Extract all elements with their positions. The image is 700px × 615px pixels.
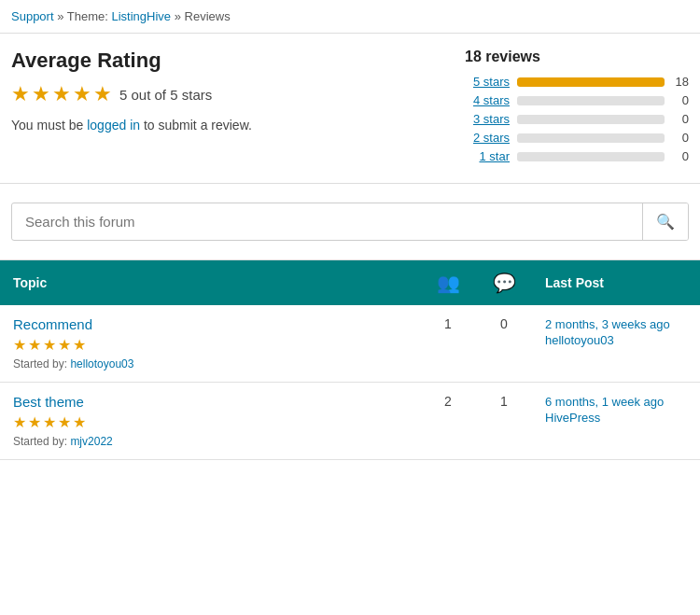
topic-star: ★	[28, 413, 41, 431]
bar-label[interactable]: 1 star	[465, 149, 510, 163]
login-pre-text: You must be	[11, 118, 87, 133]
rating-left: Average Rating ★ ★ ★ ★ ★ 5 out of 5 star…	[11, 49, 446, 168]
lastpost-time-link[interactable]: 2 months, 3 weeks ago	[545, 317, 670, 331]
stars-row: ★ ★ ★ ★ ★ 5 out of 5 stars	[11, 84, 446, 105]
average-rating-title: Average Rating	[11, 49, 446, 73]
reviews-count: 18 reviews	[465, 49, 689, 65]
rating-stars: ★ ★ ★ ★ ★	[11, 84, 112, 105]
topic-star: ★	[43, 336, 56, 354]
topic-star: ★	[58, 336, 71, 354]
col-replies-header: 💬	[476, 260, 532, 305]
bar-row: 4 stars0	[465, 93, 689, 107]
search-button[interactable]: 🔍	[642, 203, 688, 240]
topic-cell: Best theme★★★★★Started by: mjv2022	[0, 383, 420, 460]
bar-count: 0	[672, 131, 689, 145]
bar-track	[517, 115, 665, 124]
breadcrumb-support-link[interactable]: Support	[11, 9, 54, 23]
table-header-row: Topic 👥 💬 Last Post	[0, 260, 700, 305]
topic-stars: ★★★★★	[13, 336, 407, 354]
topic-cell: Recommend★★★★★Started by: hellotoyou03	[0, 305, 420, 383]
lastpost-cell: 6 months, 1 week agoHivePress	[532, 383, 700, 460]
breadcrumb-theme-link[interactable]: ListingHive	[112, 9, 172, 23]
lastpost-cell: 2 months, 3 weeks agohellotoyou03	[532, 305, 700, 383]
login-prompt: You must be logged in to submit a review…	[11, 118, 446, 133]
table-row: Recommend★★★★★Started by: hellotoyou0310…	[0, 305, 700, 383]
star-4: ★	[73, 84, 91, 105]
star-1: ★	[11, 84, 30, 105]
lastpost-user-link[interactable]: hellotoyou03	[545, 333, 687, 347]
bar-label[interactable]: 4 stars	[465, 93, 510, 107]
breadcrumb-current: Reviews	[185, 9, 231, 23]
voices-count: 2	[420, 383, 476, 460]
star-5: ★	[93, 84, 112, 105]
started-by-label: Started by:	[13, 357, 70, 370]
replies-icon: 💬	[493, 272, 516, 294]
lastpost-user-link[interactable]: HivePress	[545, 411, 687, 425]
topic-star: ★	[73, 336, 86, 354]
login-post-text: to submit a review.	[140, 118, 252, 133]
table-body: Recommend★★★★★Started by: hellotoyou0310…	[0, 305, 700, 460]
bar-label[interactable]: 5 stars	[465, 75, 510, 89]
breadcrumb-sep2: »	[175, 9, 181, 23]
bar-row: 2 stars0	[465, 131, 689, 145]
topic-meta: Started by: mjv2022	[13, 435, 407, 448]
bar-track	[517, 133, 665, 143]
topic-author-link[interactable]: mjv2022	[70, 435, 112, 448]
bar-count: 0	[672, 149, 689, 163]
rating-bars: 5 stars184 stars03 stars02 stars01 star0	[465, 75, 689, 163]
search-section: 🔍	[0, 184, 700, 260]
topic-link[interactable]: Recommend	[13, 316, 407, 332]
topic-stars: ★★★★★	[13, 413, 407, 431]
breadcrumb: Support » Theme: ListingHive » Reviews	[0, 0, 700, 34]
rating-breakdown: 18 reviews 5 stars184 stars03 stars02 st…	[465, 49, 689, 168]
bar-label[interactable]: 2 stars	[465, 131, 510, 145]
bar-label[interactable]: 3 stars	[465, 112, 510, 126]
rating-section: Average Rating ★ ★ ★ ★ ★ 5 out of 5 star…	[0, 34, 700, 184]
bar-row: 1 star0	[465, 149, 689, 163]
breadcrumb-theme-prefix: Theme:	[67, 9, 108, 23]
topic-link[interactable]: Best theme	[13, 394, 407, 410]
lastpost-time-link[interactable]: 6 months, 1 week ago	[545, 395, 664, 409]
topic-star: ★	[28, 336, 41, 354]
breadcrumb-sep1: »	[57, 9, 63, 23]
rating-text: 5 out of 5 stars	[119, 87, 212, 103]
col-voices-header: 👥	[420, 260, 476, 305]
replies-count: 1	[476, 383, 532, 460]
bar-row: 5 stars18	[465, 75, 689, 89]
login-link[interactable]: logged in	[87, 118, 140, 133]
forum-table: Topic 👥 💬 Last Post Recommend★★★★★Starte…	[0, 260, 700, 460]
topic-star: ★	[73, 413, 86, 431]
bar-row: 3 stars0	[465, 112, 689, 126]
bar-count: 18	[672, 75, 689, 89]
search-box: 🔍	[11, 203, 689, 241]
voices-count: 1	[420, 305, 476, 383]
started-by-label: Started by:	[13, 435, 70, 448]
bar-count: 0	[672, 112, 689, 126]
topic-meta: Started by: hellotoyou03	[13, 357, 407, 370]
star-3: ★	[52, 84, 71, 105]
col-topic-header: Topic	[0, 260, 420, 305]
topic-star: ★	[13, 336, 26, 354]
search-input[interactable]	[12, 204, 642, 239]
bar-track	[517, 77, 665, 87]
bar-track	[517, 96, 665, 105]
bar-fill	[517, 77, 665, 87]
star-2: ★	[32, 84, 50, 105]
topic-star: ★	[13, 413, 26, 431]
bar-count: 0	[672, 93, 689, 107]
voices-icon: 👥	[437, 272, 460, 294]
topic-star: ★	[58, 413, 71, 431]
topic-author-link[interactable]: hellotoyou03	[70, 357, 133, 370]
col-lastpost-header: Last Post	[532, 260, 700, 305]
bar-track	[517, 152, 665, 161]
replies-count: 0	[476, 305, 532, 383]
topic-star: ★	[43, 413, 56, 431]
table-row: Best theme★★★★★Started by: mjv2022216 mo…	[0, 383, 700, 460]
